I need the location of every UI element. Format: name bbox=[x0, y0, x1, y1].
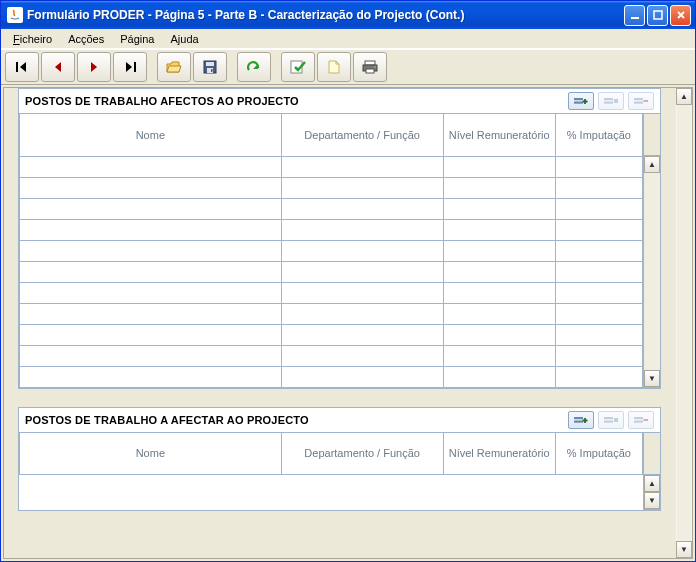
table-scrollbar[interactable]: ▲ ▼ bbox=[643, 114, 660, 388]
page-scrollbar[interactable]: ▲ ▼ bbox=[675, 88, 692, 558]
col-dep[interactable]: Departamento / Função bbox=[281, 114, 443, 156]
panel-title: POSTOS DE TRABALHO A AFECTAR AO PROJECTO bbox=[25, 414, 568, 426]
svg-rect-22 bbox=[604, 417, 613, 419]
save-button[interactable] bbox=[193, 52, 227, 82]
svg-rect-14 bbox=[574, 102, 583, 104]
menu-ficheiro[interactable]: Ficheiro bbox=[5, 31, 60, 47]
menubar: Ficheiro Acções Página Ajuda bbox=[1, 29, 695, 49]
prev-page-button[interactable] bbox=[41, 52, 75, 82]
svg-rect-13 bbox=[574, 98, 583, 100]
last-page-button[interactable] bbox=[113, 52, 147, 82]
content-area: POSTOS DE TRABALHO AFECTOS AO PROJECTO bbox=[1, 85, 695, 561]
window-title: Formulário PRODER - Página 5 - Parte B -… bbox=[27, 8, 624, 22]
svg-rect-18 bbox=[634, 98, 643, 100]
table-body-2[interactable] bbox=[20, 475, 643, 510]
table-row[interactable] bbox=[20, 156, 643, 177]
window-buttons bbox=[624, 5, 691, 26]
edit-row-button bbox=[598, 411, 624, 429]
validate-button[interactable] bbox=[281, 52, 315, 82]
scroll-up-icon[interactable]: ▲ bbox=[644, 475, 660, 492]
table-row[interactable] bbox=[20, 324, 643, 345]
minimize-button[interactable] bbox=[624, 5, 645, 26]
table-row[interactable] bbox=[20, 261, 643, 282]
scroll-down-icon[interactable]: ▼ bbox=[644, 492, 660, 509]
table-postos-a-afectar[interactable]: Nome Departamento / Função Nível Remuner… bbox=[19, 433, 643, 510]
menu-pagina[interactable]: Página bbox=[112, 31, 162, 47]
svg-rect-0 bbox=[631, 17, 639, 19]
new-button[interactable] bbox=[317, 52, 351, 82]
svg-rect-9 bbox=[365, 61, 375, 65]
col-nivel[interactable]: Nível Remuneratório bbox=[443, 114, 555, 156]
delete-row-button bbox=[628, 92, 654, 110]
panel-postos-a-afectar: POSTOS DE TRABALHO A AFECTAR AO PROJECTO bbox=[18, 407, 661, 511]
col-nome[interactable]: Nome bbox=[20, 433, 282, 475]
add-row-button[interactable] bbox=[568, 92, 594, 110]
table-scrollbar[interactable]: ▲ ▼ bbox=[643, 433, 660, 510]
table-row[interactable] bbox=[20, 240, 643, 261]
col-imp[interactable]: % Imputação bbox=[555, 433, 642, 475]
table-body-1[interactable] bbox=[20, 156, 643, 387]
svg-rect-15 bbox=[604, 98, 613, 100]
java-icon bbox=[7, 7, 23, 23]
close-button[interactable] bbox=[670, 5, 691, 26]
svg-rect-26 bbox=[634, 420, 643, 422]
col-imp[interactable]: % Imputação bbox=[555, 114, 642, 156]
svg-rect-1 bbox=[654, 11, 662, 19]
redo-button[interactable] bbox=[237, 52, 271, 82]
first-page-button[interactable] bbox=[5, 52, 39, 82]
menu-ajuda[interactable]: Ajuda bbox=[162, 31, 206, 47]
svg-rect-23 bbox=[604, 420, 613, 422]
panel-postos-afectos: POSTOS DE TRABALHO AFECTOS AO PROJECTO bbox=[18, 88, 661, 389]
col-nivel[interactable]: Nível Remuneratório bbox=[443, 433, 555, 475]
table-row[interactable] bbox=[20, 177, 643, 198]
scroll-up-icon[interactable]: ▲ bbox=[676, 88, 692, 105]
svg-rect-17 bbox=[614, 99, 618, 103]
scroll-down-icon[interactable]: ▼ bbox=[644, 370, 660, 387]
titlebar: Formulário PRODER - Página 5 - Parte B -… bbox=[1, 1, 695, 29]
table-row[interactable] bbox=[20, 282, 643, 303]
edit-row-button bbox=[598, 92, 624, 110]
svg-rect-11 bbox=[366, 69, 374, 73]
svg-rect-21 bbox=[574, 420, 583, 422]
table-row[interactable] bbox=[20, 366, 643, 387]
table-row[interactable] bbox=[20, 303, 643, 324]
table-row[interactable] bbox=[20, 219, 643, 240]
svg-rect-20 bbox=[574, 417, 583, 419]
svg-point-12 bbox=[374, 66, 376, 68]
col-dep[interactable]: Departamento / Função bbox=[281, 433, 443, 475]
svg-rect-19 bbox=[634, 102, 643, 104]
svg-rect-3 bbox=[134, 62, 136, 72]
next-page-button[interactable] bbox=[77, 52, 111, 82]
app-window: Formulário PRODER - Página 5 - Parte B -… bbox=[0, 0, 696, 562]
add-row-button[interactable] bbox=[568, 411, 594, 429]
svg-rect-24 bbox=[614, 418, 618, 422]
panel-title: POSTOS DE TRABALHO AFECTOS AO PROJECTO bbox=[25, 95, 568, 107]
svg-rect-2 bbox=[16, 62, 18, 72]
menu-accoes[interactable]: Acções bbox=[60, 31, 112, 47]
svg-rect-5 bbox=[206, 62, 214, 66]
scroll-down-icon[interactable]: ▼ bbox=[676, 541, 692, 558]
table-row[interactable] bbox=[20, 345, 643, 366]
col-nome[interactable]: Nome bbox=[20, 114, 282, 156]
open-button[interactable] bbox=[157, 52, 191, 82]
svg-rect-7 bbox=[211, 69, 213, 72]
svg-rect-16 bbox=[604, 102, 613, 104]
delete-row-button bbox=[628, 411, 654, 429]
svg-rect-25 bbox=[634, 417, 643, 419]
table-postos-afectos[interactable]: Nome Departamento / Função Nível Remuner… bbox=[19, 114, 643, 388]
maximize-button[interactable] bbox=[647, 5, 668, 26]
scroll-up-icon[interactable]: ▲ bbox=[644, 156, 660, 173]
table-row[interactable] bbox=[20, 198, 643, 219]
print-button[interactable] bbox=[353, 52, 387, 82]
toolbar bbox=[1, 49, 695, 85]
